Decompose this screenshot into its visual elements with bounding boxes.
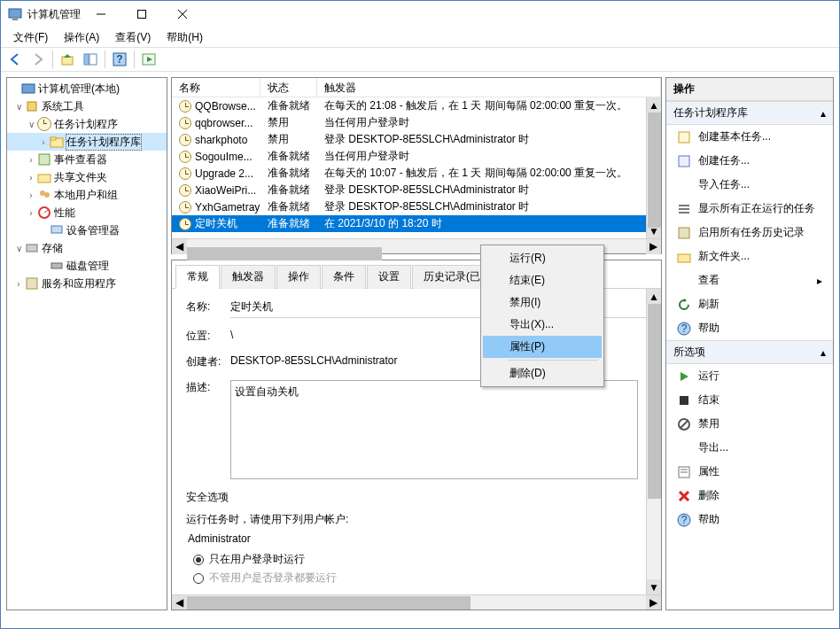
actions-pane: 操作 任务计划程序库▴ 创建基本任务... 创建任务... 导入任务... 显示… [665,77,834,610]
show-hide-tree-button[interactable] [80,49,101,70]
task-row[interactable]: XiaoWeiPri...准备就绪登录 DESKTOP-8E5SLCH\Admi… [172,182,661,198]
action-run[interactable]: 运行 [666,364,833,388]
actions-pane-title: 操作 [666,78,833,101]
maximize-button[interactable] [121,1,162,27]
task-icon [677,130,691,144]
tree-services-apps[interactable]: ›服务和应用程序 [7,275,167,292]
ctx-run[interactable]: 运行(R) [483,247,602,269]
detail-vertical-scrollbar[interactable]: ▲▼ [646,289,661,594]
tree-system-tools[interactable]: ∨系统工具 [7,97,167,115]
ctx-export[interactable]: 导出(X)... [483,314,602,336]
tree-task-scheduler-library[interactable]: ›任务计划程序库 [7,133,167,151]
col-trigger[interactable]: 触发器 [317,78,661,97]
menu-file[interactable]: 文件(F) [6,28,55,47]
col-name[interactable]: 名称 [172,78,261,97]
task-row[interactable]: QQBrowse...准备就绪在每天的 21:08 - 触发后，在 1 天 期间… [172,97,661,114]
action-end[interactable]: 结束 [666,388,833,412]
action-export[interactable]: 导出... [666,436,833,460]
help-button[interactable]: ? [109,49,130,70]
history-icon [677,226,691,240]
ctx-properties[interactable]: 属性(P) [483,336,602,358]
author-label: 创建者: [186,354,230,369]
action-view[interactable]: 查看▸ [666,268,833,292]
action-show-running[interactable]: 显示所有正在运行的任务 [666,197,833,221]
name-label: 名称: [186,299,230,314]
action-enable-history[interactable]: 启用所有任务历史记录 [666,221,833,245]
radio-icon [193,555,204,565]
security-account: Administrator [186,532,647,545]
task-row[interactable]: YxhGametray准备就绪登录 DESKTOP-8E5SLCH\Admini… [172,198,661,215]
tree-event-viewer[interactable]: ›事件查看器 [7,151,167,168]
action-import-task[interactable]: 导入任务... [666,173,833,197]
window-title: 计算机管理 [27,7,81,22]
run-task-button[interactable] [138,49,159,70]
menu-action[interactable]: 操作(A) [57,28,106,47]
task-list-header: 名称 状态 触发器 [172,78,661,97]
up-button[interactable] [57,49,78,70]
toolbar: ? [1,47,839,72]
task-row[interactable]: Upgrade 2...准备就绪在每天的 10:07 - 触发后，在 1 天 期… [172,165,661,182]
tree-disk-management[interactable]: 磁盘管理 [7,257,167,275]
delete-icon [677,489,691,503]
svg-rect-25 [27,278,37,289]
ctx-delete[interactable]: 删除(D) [483,362,602,384]
svg-rect-12 [22,84,35,93]
detail-horizontal-scrollbar[interactable]: ◀▶ [172,594,661,610]
svg-rect-24 [51,263,62,268]
svg-line-37 [681,421,688,428]
svg-text:?: ? [116,53,122,66]
svg-text:?: ? [681,322,688,335]
tab-actions[interactable]: 操作 [276,265,321,289]
actions-section-selected[interactable]: 所选项▴ [666,340,833,364]
action-create-basic[interactable]: 创建基本任务... [666,125,833,149]
task-row[interactable]: SogouIme...准备就绪当任何用户登录时 [172,148,661,165]
collapse-icon: ▴ [821,107,826,120]
svg-rect-16 [39,154,50,165]
security-subtitle: 运行任务时，请使用下列用户帐户: [186,512,647,527]
context-menu[interactable]: 运行(R) 结束(E) 禁用(I) 导出(X)... 属性(P) 删除(D) [480,245,604,387]
close-button[interactable] [162,1,203,27]
svg-text:?: ? [681,514,688,526]
desc-box[interactable]: 设置自动关机 [230,380,638,479]
action-new-folder[interactable]: 新文件夹... [666,245,833,268]
action-refresh[interactable]: 刷新 [666,292,833,316]
tree-storage[interactable]: ∨存储 [7,239,167,257]
task-row[interactable]: qqbrowser...禁用当任何用户登录时 [172,114,661,131]
task-list[interactable]: 名称 状态 触发器 QQBrowse...准备就绪在每天的 21:08 - 触发… [171,77,662,254]
ctx-disable[interactable]: 禁用(I) [483,291,602,314]
task-row[interactable]: sharkphoto禁用登录 DESKTOP-8E5SLCH\Administr… [172,131,661,148]
action-delete[interactable]: 删除 [666,484,833,508]
menu-view[interactable]: 查看(V) [108,28,158,47]
tab-triggers[interactable]: 触发器 [221,265,276,289]
action-help-2[interactable]: ?帮助 [666,508,833,532]
tab-general[interactable]: 常规 [175,265,220,289]
tree-performance[interactable]: ›性能 [7,204,167,221]
radio-logged-on[interactable]: 只在用户登录时运行 [193,552,647,567]
tab-settings[interactable]: 设置 [367,265,411,289]
tree-task-scheduler[interactable]: ∨任务计划程序 [7,115,167,133]
action-disable[interactable]: 禁用 [666,412,833,436]
tab-conditions[interactable]: 条件 [322,265,366,289]
clock-icon [179,151,191,163]
tree-device-manager[interactable]: 设备管理器 [7,221,167,239]
minimize-button[interactable] [81,1,121,27]
tree-shared-folders[interactable]: ›共享文件夹 [7,168,167,186]
svg-rect-32 [678,254,690,262]
col-status[interactable]: 状态 [261,78,317,97]
forward-button[interactable] [27,49,49,70]
back-button[interactable] [4,49,26,70]
radio-any-time[interactable]: 不管用户是否登录都要运行 [193,571,647,586]
menu-help[interactable]: 帮助(H) [159,28,210,47]
action-help-1[interactable]: ?帮助 [666,316,833,340]
ctx-end[interactable]: 结束(E) [483,269,602,291]
tree-local-users[interactable]: ›本地用户和组 [7,186,167,204]
actions-section-library[interactable]: 任务计划程序库▴ [666,101,833,125]
action-properties[interactable]: 属性 [666,460,833,484]
svg-rect-28 [679,205,689,206]
action-create-task[interactable]: 创建任务... [666,149,833,173]
task-row[interactable]: 定时关机准备就绪在 2021/3/10 的 18:20 时 [172,215,661,232]
tree-root[interactable]: 计算机管理(本地) [7,80,167,97]
desc-label: 描述: [186,380,230,395]
navigation-tree[interactable]: 计算机管理(本地) ∨系统工具 ∨任务计划程序 ›任务计划程序库 ›事件查看器 … [6,77,167,610]
vertical-scrollbar[interactable]: ▲▼ [646,97,661,238]
